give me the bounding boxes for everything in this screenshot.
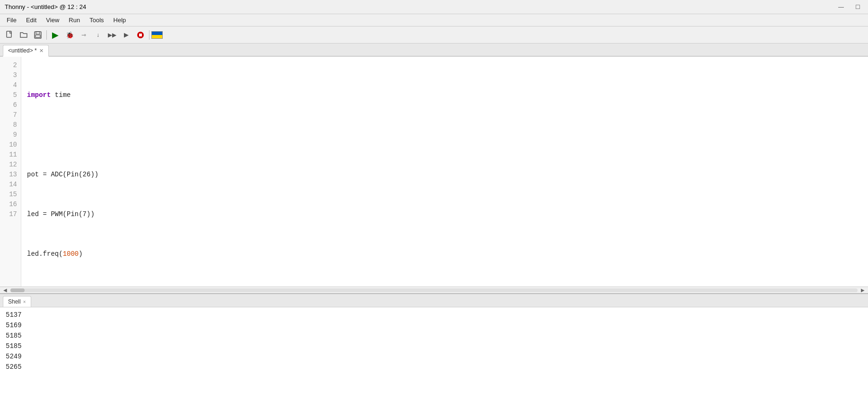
code-line-6: led.freq(1000) xyxy=(27,249,862,259)
line-num-7: 7 xyxy=(0,110,21,120)
ukraine-flag-icon xyxy=(151,31,163,39)
line-num-11: 11 xyxy=(0,150,21,160)
debug-button[interactable]: 🐞 xyxy=(63,28,76,42)
line-num-13: 13 xyxy=(0,170,21,180)
horizontal-scrollbar[interactable]: ◀ ▶ xyxy=(0,287,868,293)
resume-button[interactable]: ▶ xyxy=(120,28,133,42)
save-file-button[interactable] xyxy=(31,28,44,42)
menu-help[interactable]: Help xyxy=(110,15,130,25)
line-num-12: 12 xyxy=(0,160,21,170)
stop-icon xyxy=(136,31,145,39)
menu-view[interactable]: View xyxy=(42,15,63,25)
main-window: Thonny - <untitled> @ 12 : 24 — ☐ File E… xyxy=(0,0,868,409)
tab-label: <untitled> * xyxy=(8,47,37,54)
line-num-5: 5 xyxy=(0,90,21,100)
new-file-button[interactable] xyxy=(3,28,16,42)
shell-output-line-3: 5185 xyxy=(6,331,862,341)
line-num-17: 17 xyxy=(0,209,21,219)
code-line-5: led = PWM(Pin(7)) xyxy=(27,209,862,219)
editor-wrapper: 2 3 4 5 6 7 8 9 10 11 12 13 14 15 16 17 xyxy=(0,57,868,287)
toolbar: ▶ 🐞 ⇾ ↓ ▶▶ ▶ xyxy=(0,26,868,44)
svg-rect-3 xyxy=(35,35,40,37)
code-editor[interactable]: import time pot = ADC(Pin(26)) led = PWM… xyxy=(21,57,868,287)
title-text: Thonny - <untitled> @ 12 : 24 xyxy=(5,3,86,10)
line-num-10: 10 xyxy=(0,140,21,150)
svg-rect-5 xyxy=(139,34,142,36)
line-num-3: 3 xyxy=(0,70,21,80)
code-line-2: import time xyxy=(27,90,862,100)
editor-section: 2 3 4 5 6 7 8 9 10 11 12 13 14 15 16 17 xyxy=(0,57,868,293)
window-controls: — ☐ xyxy=(835,3,863,11)
new-file-icon xyxy=(5,31,14,39)
tab-untitled[interactable]: <untitled> * ✕ xyxy=(3,45,49,57)
stop-button[interactable] xyxy=(134,28,147,42)
toolbar-separator-1 xyxy=(46,30,47,40)
step-into-button[interactable]: ↓ xyxy=(91,28,105,42)
menu-bar: File Edit View Run Tools Help xyxy=(0,14,868,26)
code-line-4: pot = ADC(Pin(26)) xyxy=(27,170,862,180)
shell-section: Shell × 5137 5169 5185 5185 5249 5265 xyxy=(0,293,868,409)
shell-output-line-4: 5185 xyxy=(6,341,862,352)
line-num-6: 6 xyxy=(0,100,21,110)
menu-run[interactable]: Run xyxy=(65,15,84,25)
shell-tabs-bar: Shell × xyxy=(0,294,868,307)
open-file-icon xyxy=(19,31,28,39)
maximize-button[interactable]: ☐ xyxy=(852,3,863,11)
shell-output: 5137 5169 5185 5185 5249 5265 xyxy=(0,307,868,409)
line-numbers: 2 3 4 5 6 7 8 9 10 11 12 13 14 15 16 17 xyxy=(0,57,21,287)
tab-close-button[interactable]: ✕ xyxy=(39,48,44,54)
code-line-3 xyxy=(27,130,862,140)
save-file-icon xyxy=(34,31,42,39)
shell-output-line-1: 5137 xyxy=(6,310,862,321)
shell-tab-indicator: × xyxy=(23,299,26,305)
menu-tools[interactable]: Tools xyxy=(86,15,107,25)
open-file-button[interactable] xyxy=(17,28,30,42)
line-num-16: 16 xyxy=(0,200,21,209)
tabs-bar: <untitled> * ✕ xyxy=(0,44,868,57)
line-num-9: 9 xyxy=(0,130,21,140)
shell-output-line-5: 5249 xyxy=(6,352,862,362)
menu-file[interactable]: File xyxy=(3,15,20,25)
line-num-8: 8 xyxy=(0,120,21,130)
menu-edit[interactable]: Edit xyxy=(22,15,40,25)
step-out-button[interactable]: ▶▶ xyxy=(105,28,119,42)
line-num-4: 4 xyxy=(0,80,21,90)
run-button[interactable]: ▶ xyxy=(49,28,62,42)
line-num-14: 14 xyxy=(0,180,21,190)
title-bar: Thonny - <untitled> @ 12 : 24 — ☐ xyxy=(0,0,868,14)
shell-output-line-6: 5265 xyxy=(6,362,862,373)
shell-tab-label: Shell xyxy=(8,298,21,305)
line-num-2: 2 xyxy=(0,61,21,70)
keyword-import: import xyxy=(27,90,51,100)
scroll-right-arrow[interactable]: ▶ xyxy=(859,287,866,293)
svg-rect-0 xyxy=(7,31,11,37)
shell-output-line-2: 5169 xyxy=(6,321,862,331)
toolbar-separator-2 xyxy=(149,30,149,40)
shell-tab[interactable]: Shell × xyxy=(3,296,31,307)
minimize-button[interactable]: — xyxy=(835,3,847,11)
line-num-15: 15 xyxy=(0,190,21,200)
scroll-left-arrow[interactable]: ◀ xyxy=(2,287,9,293)
step-over-button[interactable]: ⇾ xyxy=(77,28,90,42)
